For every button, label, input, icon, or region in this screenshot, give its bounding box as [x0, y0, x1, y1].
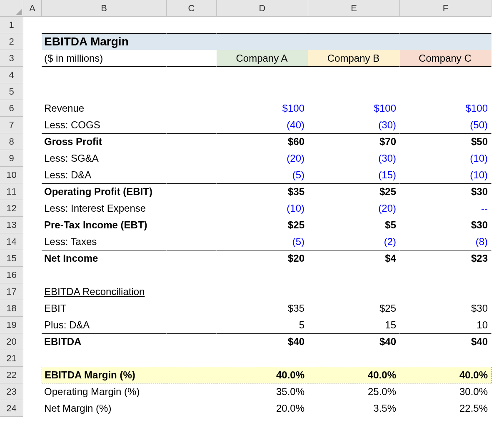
- value-interest-b[interactable]: (20): [308, 200, 400, 217]
- cell[interactable]: [23, 50, 42, 67]
- cell[interactable]: [167, 300, 217, 317]
- cell[interactable]: [42, 350, 167, 367]
- cell[interactable]: [23, 383, 42, 400]
- value-netincome-c[interactable]: $23: [400, 250, 492, 267]
- value-net-margin-c[interactable]: 22.5%: [400, 400, 492, 417]
- label-sga[interactable]: Less: SG&A: [42, 150, 167, 167]
- cell[interactable]: [217, 83, 308, 100]
- cell[interactable]: [167, 350, 217, 367]
- label-net-margin[interactable]: Net Margin (%): [42, 400, 167, 417]
- cell[interactable]: [400, 33, 492, 50]
- label-ebt[interactable]: Pre-Tax Income (EBT): [42, 217, 167, 233]
- label-ebitda[interactable]: EBITDA: [42, 333, 167, 350]
- value-ebitda-a[interactable]: $40: [217, 333, 308, 350]
- value-revenue-c[interactable]: $100: [400, 100, 492, 117]
- row-header-1[interactable]: 1: [0, 17, 23, 33]
- cell[interactable]: [167, 150, 217, 167]
- row-header-14[interactable]: 14: [0, 233, 23, 250]
- subtitle-cell[interactable]: ($ in millions): [42, 50, 167, 67]
- col-header-B[interactable]: B: [42, 0, 167, 17]
- cell[interactable]: [167, 283, 217, 300]
- value-sga-a[interactable]: (20): [217, 150, 308, 167]
- row-header-22[interactable]: 22: [0, 367, 23, 383]
- cell[interactable]: [42, 17, 167, 33]
- cell[interactable]: [167, 367, 217, 383]
- col-header-F[interactable]: F: [400, 0, 492, 17]
- row-header-12[interactable]: 12: [0, 200, 23, 217]
- value-ebitda-margin-b[interactable]: 40.0%: [308, 367, 400, 383]
- cell[interactable]: [23, 100, 42, 117]
- cell[interactable]: [217, 267, 308, 283]
- select-all-corner[interactable]: [0, 0, 23, 17]
- cell[interactable]: [400, 283, 492, 300]
- cell[interactable]: [167, 17, 217, 33]
- company-a-header[interactable]: Company A: [217, 50, 308, 67]
- row-header-21[interactable]: 21: [0, 350, 23, 367]
- cell[interactable]: [308, 17, 400, 33]
- cell[interactable]: [23, 367, 42, 383]
- value-op-margin-c[interactable]: 30.0%: [400, 383, 492, 400]
- row-header-11[interactable]: 11: [0, 183, 23, 200]
- cell[interactable]: [167, 117, 217, 133]
- cell[interactable]: [167, 100, 217, 117]
- cell[interactable]: [167, 217, 217, 233]
- value-op-margin-b[interactable]: 25.0%: [308, 383, 400, 400]
- value-taxes-b[interactable]: (2): [308, 233, 400, 250]
- cell[interactable]: [308, 267, 400, 283]
- row-header-24[interactable]: 24: [0, 400, 23, 417]
- value-gross-c[interactable]: $50: [400, 133, 492, 150]
- cell[interactable]: [308, 83, 400, 100]
- cell[interactable]: [167, 83, 217, 100]
- cell[interactable]: [400, 17, 492, 33]
- label-interest[interactable]: Less: Interest Expense: [42, 200, 167, 217]
- col-header-A[interactable]: A: [23, 0, 42, 17]
- col-header-E[interactable]: E: [308, 0, 400, 17]
- value-ebit-a[interactable]: $35: [217, 183, 308, 200]
- value-netincome-b[interactable]: $4: [308, 250, 400, 267]
- value-cogs-c[interactable]: (50): [400, 117, 492, 133]
- value-recon-da-c[interactable]: 10: [400, 317, 492, 333]
- cell[interactable]: [308, 283, 400, 300]
- cell[interactable]: [167, 400, 217, 417]
- cell[interactable]: [167, 383, 217, 400]
- col-header-D[interactable]: D: [217, 0, 308, 17]
- cell[interactable]: [167, 333, 217, 350]
- cell[interactable]: [167, 167, 217, 183]
- cell[interactable]: [23, 400, 42, 417]
- cell[interactable]: [42, 83, 167, 100]
- label-netincome[interactable]: Net Income: [42, 250, 167, 267]
- cell[interactable]: [42, 267, 167, 283]
- cell[interactable]: [23, 67, 42, 83]
- value-recon-ebit-a[interactable]: $35: [217, 300, 308, 317]
- label-recon-ebit[interactable]: EBIT: [42, 300, 167, 317]
- label-ebit[interactable]: Operating Profit (EBIT): [42, 183, 167, 200]
- value-ebitda-c[interactable]: $40: [400, 333, 492, 350]
- cell[interactable]: [167, 183, 217, 200]
- value-ebitda-margin-a[interactable]: 40.0%: [217, 367, 308, 383]
- cell[interactable]: [23, 217, 42, 233]
- value-op-margin-a[interactable]: 35.0%: [217, 383, 308, 400]
- cell[interactable]: [167, 50, 217, 67]
- value-net-margin-b[interactable]: 3.5%: [308, 400, 400, 417]
- cell[interactable]: [400, 350, 492, 367]
- cell[interactable]: [167, 67, 217, 83]
- value-da-a[interactable]: (5): [217, 167, 308, 183]
- cell[interactable]: [167, 200, 217, 217]
- row-header-17[interactable]: 17: [0, 283, 23, 300]
- value-cogs-b[interactable]: (30): [308, 117, 400, 133]
- label-revenue[interactable]: Revenue: [42, 100, 167, 117]
- label-cogs[interactable]: Less: COGS: [42, 117, 167, 133]
- cell[interactable]: [23, 283, 42, 300]
- row-header-4[interactable]: 4: [0, 67, 23, 83]
- value-gross-a[interactable]: $60: [217, 133, 308, 150]
- value-interest-a[interactable]: (10): [217, 200, 308, 217]
- cell[interactable]: [217, 283, 308, 300]
- row-header-16[interactable]: 16: [0, 267, 23, 283]
- spreadsheet-grid[interactable]: A B C D E F 1 2 EBITDA Margin 3 ($ in mi…: [0, 0, 504, 417]
- cell[interactable]: [167, 267, 217, 283]
- cell[interactable]: [23, 267, 42, 283]
- value-recon-da-a[interactable]: 5: [217, 317, 308, 333]
- row-header-10[interactable]: 10: [0, 167, 23, 183]
- label-op-margin[interactable]: Operating Margin (%): [42, 383, 167, 400]
- cell[interactable]: [217, 67, 308, 83]
